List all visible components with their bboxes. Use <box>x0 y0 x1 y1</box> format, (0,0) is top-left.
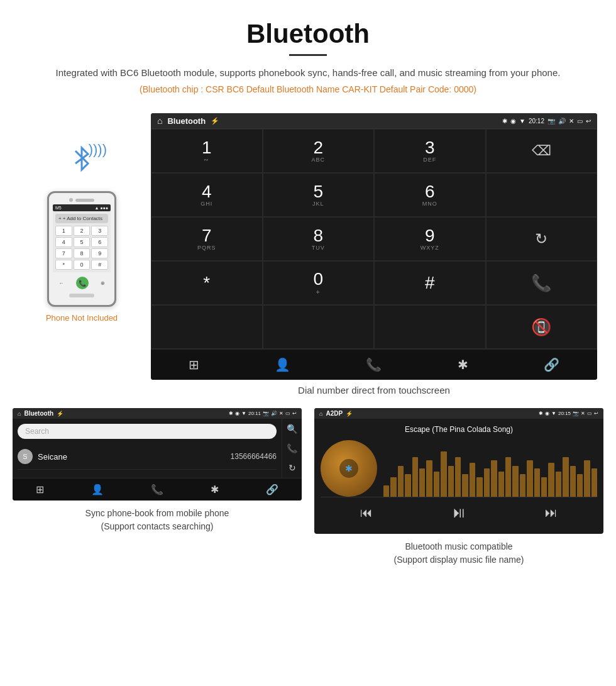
phone-key-7[interactable]: 7 <box>55 248 72 258</box>
pb-bottom-phone[interactable]: 📞 <box>151 484 163 495</box>
phone-key-0[interactable]: 0 <box>74 260 91 270</box>
eq-bar <box>484 468 490 497</box>
pb-search-icon[interactable]: 🔍 <box>287 424 297 434</box>
home-icon[interactable]: ⌂ <box>157 116 162 126</box>
status-left: ⌂ Bluetooth ⚡ <box>157 116 219 126</box>
pb-close-icon[interactable]: ✕ <box>279 411 283 416</box>
pb-call-icon[interactable]: 📞 <box>287 443 297 453</box>
back-icon[interactable]: ↩ <box>586 118 591 124</box>
phonebook-main: Search S Seicane 13566664466 <box>13 419 282 478</box>
dial-key-end-call[interactable]: 📵 <box>486 305 598 349</box>
dial-action-2 <box>263 305 375 349</box>
volume-icon: 🔊 <box>558 118 566 124</box>
bottom-link-icon[interactable]: 🔗 <box>544 357 559 372</box>
music-prev-icon[interactable]: ⏮ <box>360 506 373 520</box>
page-title: Bluetooth <box>0 19 616 49</box>
dial-key-hash[interactable]: # <box>374 261 486 305</box>
ms-back-icon[interactable]: ↩ <box>594 411 598 416</box>
eq-bar <box>512 466 518 497</box>
phone-home-button[interactable] <box>69 294 94 297</box>
dial-key-5[interactable]: 5 JKL <box>263 173 375 217</box>
ms-cam-icon: 📷 <box>573 411 579 416</box>
phonebook-col: ⌂ Bluetooth ⚡ ✱ ◉ ▼ 20:11 📷 🔊 ✕ ▭ ↩ <box>13 408 302 567</box>
equalizer-area <box>383 440 597 497</box>
phone-call-button[interactable]: 📞 <box>76 277 89 289</box>
window-icon[interactable]: ▭ <box>577 118 583 124</box>
time-display: 20:12 <box>529 118 544 124</box>
dial-key-8[interactable]: 8 TUV <box>263 217 375 261</box>
album-art-inner: ✱ <box>339 459 358 478</box>
music-play-pause-icon[interactable]: ⏯ <box>451 504 466 521</box>
pb-bottom-bt[interactable]: ✱ <box>211 484 219 495</box>
bottom-contacts-icon[interactable]: 👤 <box>275 357 290 372</box>
search-bar[interactable]: Search <box>18 424 277 439</box>
contact-row[interactable]: S Seicane 13566664466 <box>18 444 277 470</box>
signal-icon: ▼ <box>519 118 525 124</box>
eq-bar <box>470 463 475 497</box>
bottom-phone-icon[interactable]: 📞 <box>366 357 382 372</box>
dial-key-3[interactable]: 3 DEF <box>374 129 486 173</box>
music-status-left: ⌂ A2DP ⚡ <box>319 410 353 417</box>
phone-bottom-bar: ← 📞 ⊕ <box>53 275 111 291</box>
close-icon[interactable]: ✕ <box>569 118 574 124</box>
dial-key-9[interactable]: 9 WXYZ <box>374 217 486 261</box>
car-bottom-bar: ⊞ 👤 📞 ✱ 🔗 <box>151 349 597 380</box>
android-status-bar: ⌂ Bluetooth ⚡ ✱ ◉ ▼ 20:12 📷 🔊 ✕ ▭ ↩ <box>151 113 597 128</box>
eq-bar <box>462 474 468 497</box>
phone-key-9[interactable]: 9 <box>91 248 108 258</box>
dial-key-4[interactable]: 4 GHI <box>151 173 263 217</box>
phonebook-usb-icon: ⚡ <box>57 411 63 417</box>
pb-win-icon[interactable]: ▭ <box>285 411 290 416</box>
dial-key-7[interactable]: 7 PQRS <box>151 217 263 261</box>
pb-refresh-icon[interactable]: ↻ <box>289 463 296 473</box>
phone-key-4[interactable]: 4 <box>55 237 72 247</box>
phone-key-3[interactable]: 3 <box>91 226 108 236</box>
contact-initial: S <box>18 449 33 464</box>
phonebook-caption: Sync phone-book from mobile phone (Suppo… <box>85 507 229 533</box>
phone-carrier: M5 <box>55 206 62 210</box>
dial-key-2[interactable]: 2 ABC <box>263 129 375 173</box>
phone-key-5[interactable]: 5 <box>74 237 91 247</box>
title-section: Bluetooth Integrated with BC6 Bluetooth … <box>0 0 616 113</box>
dial-key-call[interactable]: 📞 <box>486 261 598 305</box>
eq-bar <box>563 457 568 497</box>
music-content: Escape (The Pina Colada Song) ✱ ⏮ ⏯ <box>314 419 603 534</box>
music-next-icon[interactable]: ⏭ <box>545 506 558 520</box>
pb-time: 20:11 <box>248 411 261 416</box>
bottom-grid-icon[interactable]: ⊞ <box>189 357 199 372</box>
music-controls: ⏮ ⏯ ⏭ <box>321 497 597 528</box>
ms-close-icon[interactable]: ✕ <box>581 411 585 416</box>
music-usb-icon: ⚡ <box>346 411 353 417</box>
phone-key-6[interactable]: 6 <box>91 237 108 247</box>
pb-bottom-grid[interactable]: ⊞ <box>36 484 44 495</box>
dial-key-backspace[interactable]: ⌫ <box>486 129 598 173</box>
phonebook-bottom-bar: ⊞ 👤 📞 ✱ 🔗 <box>13 478 302 501</box>
phone-soft-key-right[interactable]: ⊕ <box>101 280 105 286</box>
music-home-icon[interactable]: ⌂ <box>319 411 322 417</box>
phone-key-hash[interactable]: # <box>91 260 108 270</box>
pb-back-icon[interactable]: ↩ <box>292 411 297 416</box>
phone-icons: ▲ ●●● <box>94 206 108 210</box>
dial-key-star[interactable]: * <box>151 261 263 305</box>
phone-key-2[interactable]: 2 <box>74 226 91 236</box>
pb-bottom-link[interactable]: 🔗 <box>266 484 278 495</box>
search-placeholder: Search <box>25 427 49 436</box>
phonebook-home-icon[interactable]: ⌂ <box>18 411 21 417</box>
dial-key-refresh[interactable]: ↻ <box>486 217 598 261</box>
phone-key-8[interactable]: 8 <box>74 248 91 258</box>
bt-signal-icon: )))) <box>89 141 107 158</box>
bottom-bluetooth-icon[interactable]: ✱ <box>458 357 468 372</box>
phone-key-1[interactable]: 1 <box>55 226 72 236</box>
eq-bar <box>455 457 461 497</box>
dial-key-6[interactable]: 6 MNO <box>374 173 486 217</box>
phone-top-bar <box>53 198 111 202</box>
pb-bottom-user[interactable]: 👤 <box>91 484 104 495</box>
eq-bar <box>548 463 554 497</box>
ms-win-icon[interactable]: ▭ <box>587 411 592 416</box>
dial-key-1[interactable]: 1 ∾ <box>151 129 263 173</box>
dial-key-0[interactable]: 0 + <box>263 261 375 305</box>
usb-icon: ⚡ <box>211 117 219 125</box>
phone-soft-key-left[interactable]: ← <box>59 280 64 286</box>
phone-key-star[interactable]: * <box>55 260 72 270</box>
eq-bar <box>434 472 439 497</box>
